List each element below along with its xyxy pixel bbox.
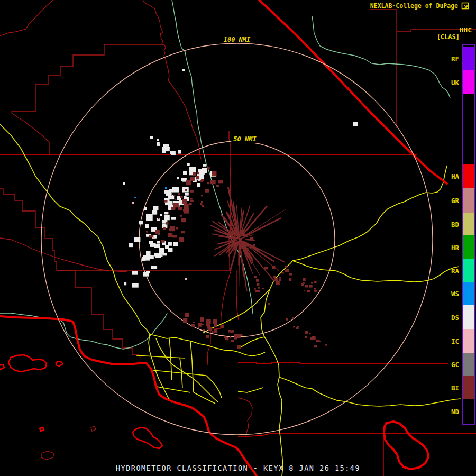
legend-label-GR: GR <box>451 196 459 204</box>
echo-pixel <box>187 163 190 166</box>
echo-pixel <box>232 330 234 332</box>
echo-pixel <box>124 282 126 285</box>
legend-segment-GC <box>463 353 474 376</box>
echo-pixel <box>214 324 217 327</box>
echo-pixel <box>189 203 192 205</box>
echo-pixel <box>146 231 148 233</box>
echo-pixel <box>145 224 149 228</box>
echo-pixel <box>169 189 173 192</box>
echo-pixel <box>279 279 281 281</box>
radar-map-canvas <box>0 0 476 476</box>
echo-pixel <box>197 183 200 187</box>
echo-pixel <box>153 212 157 214</box>
echo-pixel <box>167 147 170 149</box>
echo-pixel <box>296 327 299 329</box>
legend-label-WS: WS <box>451 290 459 298</box>
echo-pixel <box>132 271 138 275</box>
brand-text: NEXLAB-College of DuPage <box>370 2 458 10</box>
echo-pixel <box>268 303 270 305</box>
echo-pixel <box>160 255 163 257</box>
ring-label-100nmi: 100 NMI <box>222 36 253 43</box>
echo-pixel <box>203 164 206 167</box>
echo-pixel <box>201 195 203 196</box>
echo-pixel <box>286 269 289 272</box>
echo-pixel <box>144 255 149 259</box>
echo-pixel <box>153 206 158 210</box>
echo-pixel <box>164 212 168 214</box>
echo-pixel <box>197 172 199 174</box>
echo-pixel <box>171 217 176 220</box>
legend-segment-BI <box>463 376 474 399</box>
echo-pixel <box>146 271 150 273</box>
echo-pixel <box>190 198 193 200</box>
echo-pixel <box>146 214 153 221</box>
legend-label-HA: HA <box>451 172 459 180</box>
echo-pixel <box>286 318 288 321</box>
echo-pixel <box>185 278 187 280</box>
echo-pixel <box>190 177 195 181</box>
legend-segment-RF <box>463 47 474 70</box>
echo-pixel <box>258 287 260 289</box>
radar-display: NEXLAB-College of DuPage HHC [CLAS] 100 … <box>0 0 476 476</box>
echo-pixel <box>314 345 317 347</box>
echo-pixel <box>144 207 147 210</box>
echo-pixel <box>182 69 185 71</box>
echo-pixel <box>171 207 175 210</box>
echo-pixel <box>297 326 299 327</box>
legend-label-HR: HR <box>451 243 459 251</box>
echo-pixel <box>311 282 313 284</box>
echo-pixel <box>134 197 136 198</box>
echo-pixel <box>309 333 311 334</box>
legend-label-DS: DS <box>451 313 459 321</box>
echo-pixel <box>180 196 182 198</box>
echo-pixel <box>231 340 234 342</box>
echo-pixel <box>173 242 178 246</box>
echo-pixel <box>123 182 125 185</box>
legend-segment-gap <box>463 94 474 164</box>
echo-pixel <box>155 230 160 234</box>
echo-pixel <box>218 180 223 183</box>
echo-pixel <box>314 290 317 292</box>
legend-color-bar <box>462 44 475 425</box>
echo-pixel <box>157 139 159 141</box>
legend-segment-WS <box>463 282 474 305</box>
echo-pixel <box>289 273 292 276</box>
echo-pixel <box>303 282 305 284</box>
legend-segment-HR <box>463 235 474 259</box>
echo-pixel <box>201 201 203 203</box>
echo-pixel <box>225 337 228 340</box>
echo-pixel <box>305 285 308 288</box>
echo-pixel <box>151 266 157 269</box>
echo-spoke <box>245 240 253 240</box>
echo-pixel <box>273 276 276 278</box>
echo-pixel <box>158 218 159 219</box>
echo-pixel <box>353 122 358 126</box>
echo-pixel <box>132 283 139 288</box>
river-lines <box>0 0 450 349</box>
echo-pixel <box>184 204 189 209</box>
echo-pixel <box>276 281 280 285</box>
echo-pixel <box>202 168 207 173</box>
echo-spoke <box>244 221 277 237</box>
echo-pixel <box>325 344 327 346</box>
echo-pixel <box>196 176 199 179</box>
echo-pixel <box>164 215 170 220</box>
echo-pixel <box>182 199 187 204</box>
echo-pixel <box>212 331 214 333</box>
echo-pixel <box>312 336 316 340</box>
echo-pixel <box>207 326 210 329</box>
echo-pixel <box>160 214 162 216</box>
echo-pixel <box>254 276 257 278</box>
echo-pixel <box>279 277 281 278</box>
echo-pixel <box>318 341 321 342</box>
echo-pixel <box>190 200 193 202</box>
echo-pixel <box>202 324 204 325</box>
echo-pixel <box>314 288 316 290</box>
echo-pixel <box>186 193 188 195</box>
echo-pixel <box>178 150 181 154</box>
echo-pixel <box>213 319 217 324</box>
echo-pixel <box>129 243 133 247</box>
legend-segment-HA <box>463 164 474 188</box>
echo-pixel <box>285 266 287 268</box>
echo-pixel <box>161 240 165 243</box>
